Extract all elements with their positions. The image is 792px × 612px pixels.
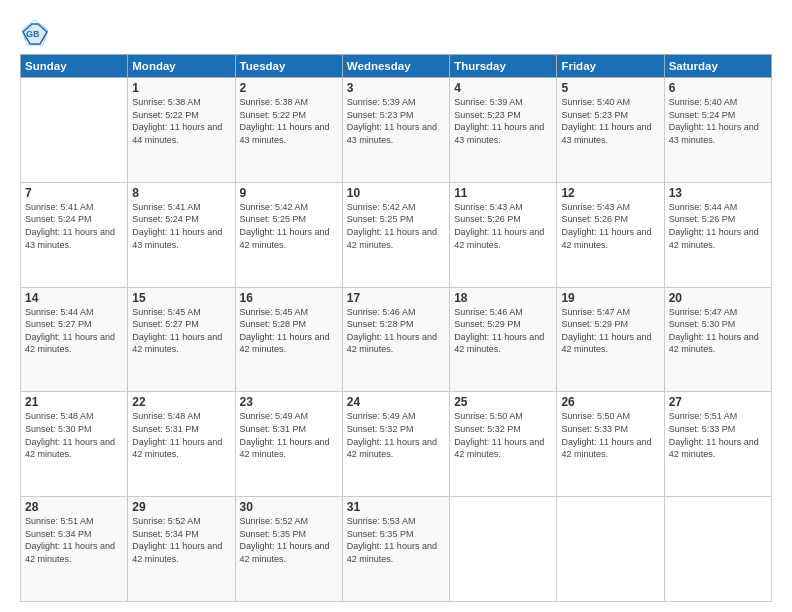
cell-info: Sunrise: 5:42 AMSunset: 5:25 PMDaylight:…: [347, 201, 445, 251]
col-header-monday: Monday: [128, 55, 235, 78]
calendar: SundayMondayTuesdayWednesdayThursdayFrid…: [20, 54, 772, 602]
cell-info: Sunrise: 5:42 AMSunset: 5:25 PMDaylight:…: [240, 201, 338, 251]
cell-day-number: 29: [132, 500, 230, 514]
table-row: 1Sunrise: 5:38 AMSunset: 5:22 PMDaylight…: [128, 78, 235, 183]
table-row: 26Sunrise: 5:50 AMSunset: 5:33 PMDayligh…: [557, 392, 664, 497]
cell-info: Sunrise: 5:39 AMSunset: 5:23 PMDaylight:…: [347, 96, 445, 146]
table-row: 11Sunrise: 5:43 AMSunset: 5:26 PMDayligh…: [450, 182, 557, 287]
table-row: 4Sunrise: 5:39 AMSunset: 5:23 PMDaylight…: [450, 78, 557, 183]
cell-info: Sunrise: 5:46 AMSunset: 5:29 PMDaylight:…: [454, 306, 552, 356]
cell-day-number: 17: [347, 291, 445, 305]
col-header-friday: Friday: [557, 55, 664, 78]
table-row: 18Sunrise: 5:46 AMSunset: 5:29 PMDayligh…: [450, 287, 557, 392]
cell-day-number: 5: [561, 81, 659, 95]
cell-day-number: 31: [347, 500, 445, 514]
cell-info: Sunrise: 5:40 AMSunset: 5:23 PMDaylight:…: [561, 96, 659, 146]
table-row: 31Sunrise: 5:53 AMSunset: 5:35 PMDayligh…: [342, 497, 449, 602]
cell-day-number: 7: [25, 186, 123, 200]
table-row: 6Sunrise: 5:40 AMSunset: 5:24 PMDaylight…: [664, 78, 771, 183]
table-row: 22Sunrise: 5:48 AMSunset: 5:31 PMDayligh…: [128, 392, 235, 497]
table-row: 3Sunrise: 5:39 AMSunset: 5:23 PMDaylight…: [342, 78, 449, 183]
cell-day-number: 16: [240, 291, 338, 305]
cell-info: Sunrise: 5:51 AMSunset: 5:33 PMDaylight:…: [669, 410, 767, 460]
table-row: 8Sunrise: 5:41 AMSunset: 5:24 PMDaylight…: [128, 182, 235, 287]
cell-info: Sunrise: 5:45 AMSunset: 5:27 PMDaylight:…: [132, 306, 230, 356]
cell-day-number: 24: [347, 395, 445, 409]
cell-info: Sunrise: 5:53 AMSunset: 5:35 PMDaylight:…: [347, 515, 445, 565]
cell-info: Sunrise: 5:47 AMSunset: 5:29 PMDaylight:…: [561, 306, 659, 356]
col-header-saturday: Saturday: [664, 55, 771, 78]
cell-info: Sunrise: 5:45 AMSunset: 5:28 PMDaylight:…: [240, 306, 338, 356]
logo-icon: GB: [20, 18, 50, 48]
table-row: 21Sunrise: 5:48 AMSunset: 5:30 PMDayligh…: [21, 392, 128, 497]
cell-day-number: 12: [561, 186, 659, 200]
cell-info: Sunrise: 5:49 AMSunset: 5:31 PMDaylight:…: [240, 410, 338, 460]
table-row: 28Sunrise: 5:51 AMSunset: 5:34 PMDayligh…: [21, 497, 128, 602]
cell-day-number: 2: [240, 81, 338, 95]
table-row: 13Sunrise: 5:44 AMSunset: 5:26 PMDayligh…: [664, 182, 771, 287]
cell-info: Sunrise: 5:49 AMSunset: 5:32 PMDaylight:…: [347, 410, 445, 460]
table-row: [21, 78, 128, 183]
cell-day-number: 30: [240, 500, 338, 514]
table-row: 12Sunrise: 5:43 AMSunset: 5:26 PMDayligh…: [557, 182, 664, 287]
cell-info: Sunrise: 5:48 AMSunset: 5:31 PMDaylight:…: [132, 410, 230, 460]
col-header-sunday: Sunday: [21, 55, 128, 78]
table-row: 24Sunrise: 5:49 AMSunset: 5:32 PMDayligh…: [342, 392, 449, 497]
col-header-tuesday: Tuesday: [235, 55, 342, 78]
table-row: 2Sunrise: 5:38 AMSunset: 5:22 PMDaylight…: [235, 78, 342, 183]
cell-info: Sunrise: 5:50 AMSunset: 5:32 PMDaylight:…: [454, 410, 552, 460]
table-row: 27Sunrise: 5:51 AMSunset: 5:33 PMDayligh…: [664, 392, 771, 497]
table-row: 30Sunrise: 5:52 AMSunset: 5:35 PMDayligh…: [235, 497, 342, 602]
cell-info: Sunrise: 5:46 AMSunset: 5:28 PMDaylight:…: [347, 306, 445, 356]
cell-info: Sunrise: 5:43 AMSunset: 5:26 PMDaylight:…: [454, 201, 552, 251]
cell-day-number: 15: [132, 291, 230, 305]
cell-day-number: 28: [25, 500, 123, 514]
cell-info: Sunrise: 5:44 AMSunset: 5:26 PMDaylight:…: [669, 201, 767, 251]
table-row: 25Sunrise: 5:50 AMSunset: 5:32 PMDayligh…: [450, 392, 557, 497]
cell-day-number: 26: [561, 395, 659, 409]
cell-info: Sunrise: 5:48 AMSunset: 5:30 PMDaylight:…: [25, 410, 123, 460]
table-row: 5Sunrise: 5:40 AMSunset: 5:23 PMDaylight…: [557, 78, 664, 183]
cell-info: Sunrise: 5:51 AMSunset: 5:34 PMDaylight:…: [25, 515, 123, 565]
cell-day-number: 8: [132, 186, 230, 200]
cell-info: Sunrise: 5:38 AMSunset: 5:22 PMDaylight:…: [132, 96, 230, 146]
cell-day-number: 27: [669, 395, 767, 409]
table-row: 23Sunrise: 5:49 AMSunset: 5:31 PMDayligh…: [235, 392, 342, 497]
cell-info: Sunrise: 5:44 AMSunset: 5:27 PMDaylight:…: [25, 306, 123, 356]
svg-text:GB: GB: [26, 29, 40, 39]
cell-day-number: 19: [561, 291, 659, 305]
table-row: 15Sunrise: 5:45 AMSunset: 5:27 PMDayligh…: [128, 287, 235, 392]
cell-info: Sunrise: 5:43 AMSunset: 5:26 PMDaylight:…: [561, 201, 659, 251]
cell-day-number: 13: [669, 186, 767, 200]
cell-info: Sunrise: 5:41 AMSunset: 5:24 PMDaylight:…: [132, 201, 230, 251]
cell-day-number: 4: [454, 81, 552, 95]
cell-day-number: 23: [240, 395, 338, 409]
table-row: [664, 497, 771, 602]
table-row: 29Sunrise: 5:52 AMSunset: 5:34 PMDayligh…: [128, 497, 235, 602]
cell-day-number: 1: [132, 81, 230, 95]
table-row: 10Sunrise: 5:42 AMSunset: 5:25 PMDayligh…: [342, 182, 449, 287]
cell-info: Sunrise: 5:41 AMSunset: 5:24 PMDaylight:…: [25, 201, 123, 251]
header: GB: [20, 18, 772, 48]
cell-day-number: 20: [669, 291, 767, 305]
cell-day-number: 6: [669, 81, 767, 95]
cell-info: Sunrise: 5:47 AMSunset: 5:30 PMDaylight:…: [669, 306, 767, 356]
cell-info: Sunrise: 5:52 AMSunset: 5:35 PMDaylight:…: [240, 515, 338, 565]
cell-info: Sunrise: 5:50 AMSunset: 5:33 PMDaylight:…: [561, 410, 659, 460]
table-row: 14Sunrise: 5:44 AMSunset: 5:27 PMDayligh…: [21, 287, 128, 392]
cell-info: Sunrise: 5:52 AMSunset: 5:34 PMDaylight:…: [132, 515, 230, 565]
cell-info: Sunrise: 5:39 AMSunset: 5:23 PMDaylight:…: [454, 96, 552, 146]
cell-day-number: 11: [454, 186, 552, 200]
table-row: [557, 497, 664, 602]
cell-info: Sunrise: 5:38 AMSunset: 5:22 PMDaylight:…: [240, 96, 338, 146]
page: GB SundayMondayTuesdayWednesdayThursdayF…: [0, 0, 792, 612]
table-row: 20Sunrise: 5:47 AMSunset: 5:30 PMDayligh…: [664, 287, 771, 392]
cell-day-number: 3: [347, 81, 445, 95]
table-row: 7Sunrise: 5:41 AMSunset: 5:24 PMDaylight…: [21, 182, 128, 287]
cell-day-number: 22: [132, 395, 230, 409]
col-header-thursday: Thursday: [450, 55, 557, 78]
cell-day-number: 14: [25, 291, 123, 305]
table-row: 19Sunrise: 5:47 AMSunset: 5:29 PMDayligh…: [557, 287, 664, 392]
col-header-wednesday: Wednesday: [342, 55, 449, 78]
cell-info: Sunrise: 5:40 AMSunset: 5:24 PMDaylight:…: [669, 96, 767, 146]
